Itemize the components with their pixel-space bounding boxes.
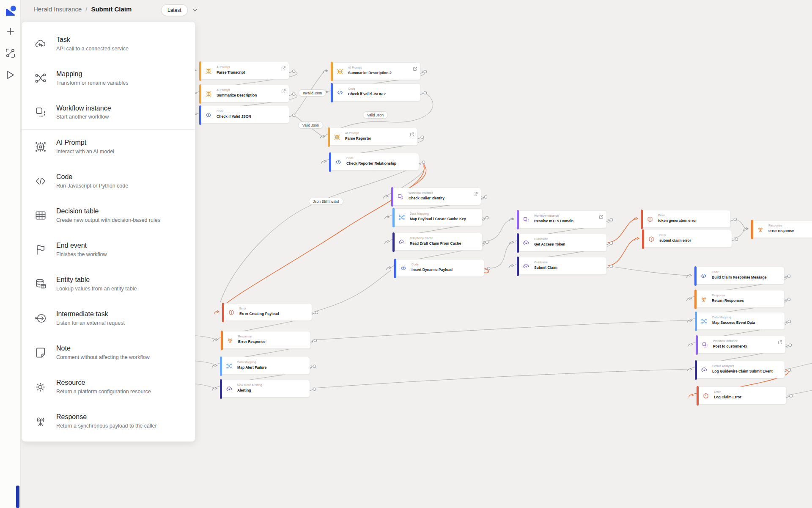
palette-item-resource[interactable]: ResourceReturn a platform configuration … <box>22 370 195 404</box>
palette-item-mapping[interactable]: MappingTransform or rename variables <box>22 61 195 95</box>
output-connector-icon[interactable] <box>481 194 488 202</box>
open-external-icon[interactable] <box>778 339 782 346</box>
output-connector-icon[interactable] <box>419 159 426 167</box>
palette-item-decision-table[interactable]: Decision tableCreate new output with dec… <box>22 198 195 232</box>
output-connector-icon[interactable] <box>785 367 792 375</box>
node-token-generation-error[interactable]: Errortoken generation error <box>641 210 731 228</box>
output-connector-icon[interactable] <box>289 112 296 120</box>
output-connector-icon[interactable] <box>606 263 614 271</box>
node-summarize-description-2[interactable]: AI PromptSummarize Description 2 <box>331 62 421 80</box>
node-check-if-valid-json[interactable]: CodeCheck if Valid JSON <box>199 106 289 124</box>
add-node-button[interactable] <box>0 27 21 36</box>
output-connector-icon[interactable] <box>420 90 428 97</box>
input-connector-icon[interactable] <box>384 214 390 222</box>
palette-item-entity-table[interactable]: Entity tableLookup values from an entity… <box>22 267 195 301</box>
chevron-down-icon[interactable] <box>192 8 198 12</box>
input-connector-icon[interactable] <box>743 226 749 234</box>
node-get-access-token[interactable]: GuidewireGet Access Token <box>517 234 607 251</box>
node-error-creating-payload[interactable]: ErrorError Creating Payload <box>222 303 312 321</box>
output-connector-icon[interactable] <box>784 296 791 304</box>
output-connector-icon[interactable] <box>289 68 296 76</box>
input-connector-icon[interactable] <box>686 367 693 374</box>
output-connector-icon[interactable] <box>606 240 614 248</box>
node-parse-transcript[interactable]: AI PromptParse Transcript <box>199 62 289 80</box>
app-logo-icon[interactable] <box>0 5 21 17</box>
input-connector-icon[interactable] <box>211 386 218 393</box>
input-connector-icon[interactable] <box>508 216 515 224</box>
node-check-reporter-relationship[interactable]: CodeCheck Reporter Relationship <box>329 153 419 171</box>
output-connector-icon[interactable] <box>310 363 317 371</box>
input-connector-icon[interactable] <box>321 159 327 166</box>
input-connector-icon[interactable] <box>634 236 640 243</box>
input-connector-icon[interactable] <box>214 309 220 317</box>
node-return-responses[interactable]: ResponseReturn Responses <box>694 290 785 308</box>
node-log-claim-error[interactable]: ErrorLog Claim Error <box>697 387 787 404</box>
node-check-if-valid-json-2[interactable]: CodeCheck if Valid JSON 2 <box>331 83 421 101</box>
panel-scrollbar-thumb[interactable] <box>16 486 19 508</box>
input-connector-icon[interactable] <box>632 216 639 224</box>
node-build-claim-response-message[interactable]: CodeBuild Claim Response Message <box>694 267 785 284</box>
output-connector-icon[interactable] <box>482 239 489 247</box>
output-connector-icon[interactable] <box>732 236 739 244</box>
node-submit-claim-error[interactable]: Errorsubmit claim error <box>642 230 732 248</box>
input-connector-icon[interactable] <box>384 239 390 246</box>
output-connector-icon[interactable] <box>310 386 317 394</box>
output-connector-icon[interactable] <box>785 342 793 350</box>
node-read-draft-claim-from-cache[interactable]: Telephony CacheRead Draft Claim From Cac… <box>392 233 483 251</box>
palette-item-response[interactable]: ResponseReturn a synchronous payload to … <box>22 404 195 438</box>
output-connector-icon[interactable] <box>784 273 791 281</box>
palette-item-code[interactable]: CodeRun Javascript or Python code <box>22 164 195 198</box>
open-external-icon[interactable] <box>473 190 478 198</box>
node-error-response[interactable]: ResponseError Response <box>221 331 311 349</box>
input-connector-icon[interactable] <box>319 134 326 141</box>
open-external-icon[interactable] <box>410 131 414 138</box>
input-connector-icon[interactable] <box>322 68 329 76</box>
node-map-success-event-data[interactable]: Data MappingMap Success Event Data <box>695 312 785 330</box>
palette-item-end-event[interactable]: End eventFinishes the workflow <box>22 232 195 267</box>
output-connector-icon[interactable] <box>482 215 489 222</box>
node-error-response-caller[interactable]: Responseerror response <box>751 220 812 238</box>
input-connector-icon[interactable] <box>508 240 515 247</box>
input-connector-icon[interactable] <box>686 273 692 280</box>
version-badge[interactable]: Latest <box>161 4 188 16</box>
input-connector-icon[interactable] <box>687 342 694 349</box>
node-log-guidewire-claim-submit-event[interactable]: Herald AnalyticsLog Guidewire Claim Subm… <box>695 361 785 378</box>
output-connector-icon[interactable] <box>417 134 425 142</box>
output-connector-icon[interactable] <box>484 265 491 273</box>
input-connector-icon[interactable] <box>508 263 515 271</box>
output-connector-icon[interactable] <box>606 217 614 224</box>
palette-item-workflow-instance[interactable]: Workflow instanceStart another workflow <box>22 95 195 130</box>
open-external-icon[interactable] <box>413 65 417 73</box>
input-connector-icon[interactable] <box>386 265 392 273</box>
open-external-icon[interactable] <box>599 213 604 221</box>
node-insert-dynamic-payload[interactable]: CodeInsert Dynamic Payload <box>394 259 484 277</box>
palette-item-intermediate-task[interactable]: Intermediate taskListen for an external … <box>22 301 195 335</box>
output-connector-icon[interactable] <box>289 91 296 99</box>
output-connector-icon[interactable] <box>730 216 738 224</box>
input-connector-icon[interactable] <box>212 337 219 345</box>
open-external-icon[interactable] <box>281 88 286 95</box>
output-connector-icon[interactable] <box>310 337 318 345</box>
run-workflow-button[interactable] <box>0 70 21 80</box>
input-connector-icon[interactable] <box>686 318 693 326</box>
output-connector-icon[interactable] <box>786 393 793 400</box>
node-map-alert-failure[interactable]: Data MappingMap Alert Failure <box>220 357 310 375</box>
palette-item-ai-prompt[interactable]: AI PromptInteract with an AI model <box>22 130 195 164</box>
node-alerting[interactable]: New Relic AlertingAlerting <box>220 380 310 398</box>
node-check-caller-identity[interactable]: Workflow instanceCheck Caller Identity <box>391 188 481 205</box>
input-connector-icon[interactable] <box>688 392 694 400</box>
node-parse-reporter[interactable]: AI PromptParse Reporter <box>328 128 418 146</box>
input-connector-icon[interactable] <box>686 296 692 304</box>
node-submit-claim[interactable]: GuidewireSubmit Claim <box>517 257 607 275</box>
node-post-to-customer-tx[interactable]: Workflow instancePost to customer-tx <box>696 336 786 353</box>
node-map-payload-create-cache-key[interactable]: Data MappingMap Payload / Create Cache K… <box>392 208 483 226</box>
workflow-graph-button[interactable] <box>0 48 21 58</box>
input-connector-icon[interactable] <box>383 193 389 201</box>
breadcrumb-parent-link[interactable]: Herald Insurance <box>33 6 82 13</box>
palette-item-note[interactable]: NoteComment without affecting the workfl… <box>22 335 195 370</box>
output-connector-icon[interactable] <box>420 69 428 76</box>
output-connector-icon[interactable] <box>312 309 319 317</box>
open-external-icon[interactable] <box>281 65 286 72</box>
palette-item-task[interactable]: TaskAPI call to a connected service <box>22 27 195 61</box>
input-connector-icon[interactable] <box>211 363 218 370</box>
